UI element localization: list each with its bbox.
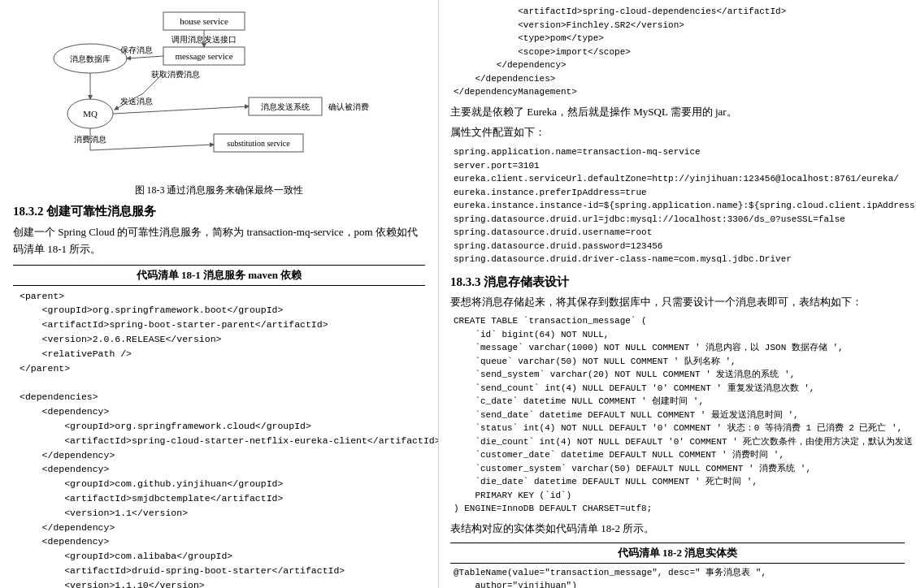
svg-text:消息发送系统: 消息发送系统 (261, 102, 310, 111)
svg-text:substitution service: substitution service (227, 139, 290, 148)
architecture-diagram: house service 调用消息发送接口 message service 消… (13, 8, 425, 179)
sql-code: CREATE TABLE `transaction_message` ( `id… (450, 314, 905, 516)
right-panel: <artifactId>spring-cloud-dependencies</a… (439, 0, 916, 588)
svg-text:发送消息: 发送消息 (120, 97, 153, 106)
svg-line-9 (127, 56, 163, 58)
svg-text:确认被消费: 确认被消费 (328, 102, 369, 111)
section-heading-2: 18.3.3 消息存储表设计 (450, 275, 905, 290)
svg-text:message service: message service (175, 51, 232, 61)
svg-text:保存消息: 保存消息 (120, 45, 153, 54)
svg-line-25 (90, 145, 214, 150)
svg-line-20 (113, 106, 249, 114)
right-text-2: 属性文件配置如下： (450, 124, 905, 141)
right-text-3: 要想将消息存储起来，将其保存到数据库中，只需要设计一个消息表即可，表结构如下： (450, 294, 905, 311)
code-top: <artifactId>spring-cloud-dependencies</a… (450, 5, 905, 99)
code-block-1: <parent> <groupId>org.springframework.bo… (13, 289, 425, 588)
right-text-4: 表结构对应的实体类如代码清单 18-2 所示。 (450, 521, 905, 538)
code-title-2: 代码清单 18-2 消息实体类 (450, 543, 905, 564)
code-title-1: 代码清单 18-1 消息服务 maven 依赖 (13, 265, 425, 286)
svg-text:house service: house service (180, 16, 228, 26)
section-text-1: 创建一个 Spring Cloud 的可靠性消息服务，简称为 transacti… (13, 224, 425, 258)
left-panel: house service 调用消息发送接口 message service 消… (0, 0, 439, 588)
right-text-1: 主要就是依赖了 Eureka，然后就是操作 MySQL 需要用的 jar。 (450, 104, 905, 121)
config-code: spring.application.name=transaction-mq-s… (450, 145, 905, 266)
code-block-2: @TableName(value="transaction_message", … (450, 566, 905, 588)
svg-text:MQ: MQ (83, 109, 98, 119)
section-heading-1: 18.3.2 创建可靠性消息服务 (13, 204, 425, 219)
svg-text:消息数据库: 消息数据库 (70, 54, 111, 63)
diagram-caption: 图 18-3 通过消息服务来确保最终一致性 (13, 184, 425, 197)
